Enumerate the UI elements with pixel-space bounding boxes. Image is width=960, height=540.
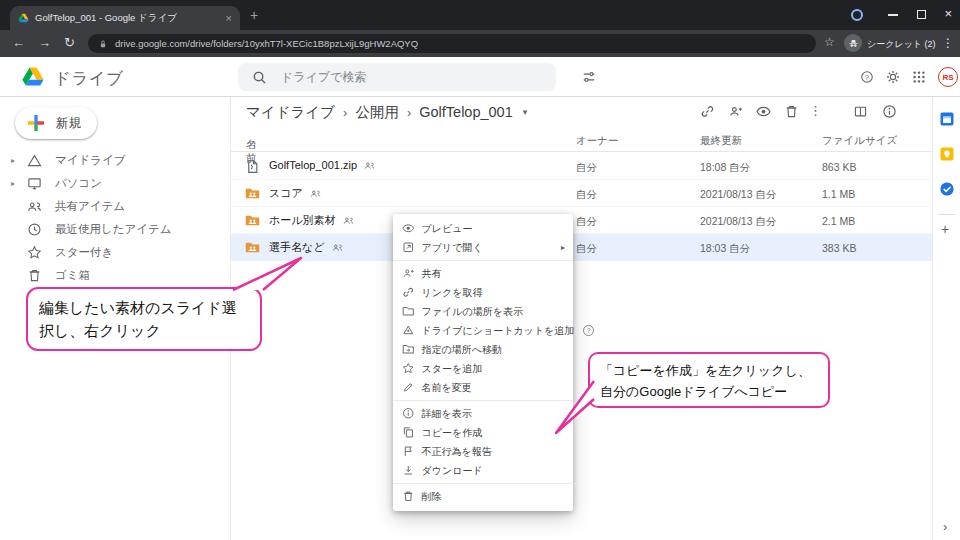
breadcrumb: マイドライブ › 公開用 › GolfTelop_001 ▾ xyxy=(231,97,932,127)
preview-eye-icon[interactable] xyxy=(756,104,771,119)
sidebar-item-computers[interactable]: ▸ パソコン xyxy=(0,172,230,195)
browser-menu-icon[interactable]: ⋮ xyxy=(942,36,954,50)
breadcrumb-caret-icon[interactable]: ▾ xyxy=(523,107,528,117)
star-icon xyxy=(402,362,415,375)
column-size[interactable]: ファイルサイズ xyxy=(822,134,897,148)
copy-icon xyxy=(402,426,415,439)
menu-label: 不正行為を報告 xyxy=(422,445,492,459)
open-with-icon xyxy=(402,241,415,254)
sidebar-item-trash[interactable]: ゴミ箱 xyxy=(0,264,230,287)
apps-grid-icon[interactable] xyxy=(912,70,926,84)
menu-label: リンクを取得 xyxy=(422,286,483,300)
new-button[interactable]: 新規 xyxy=(15,107,97,139)
table-row[interactable]: GolfTelop_001.zip 自分 18:08 自分 863 KB xyxy=(231,153,932,180)
help-icon[interactable] xyxy=(860,70,874,84)
account-avatar[interactable]: RS xyxy=(938,67,958,87)
sidebar-item-recent[interactable]: 最近使用したアイテム xyxy=(0,218,230,241)
menu-item-move-to[interactable]: 指定の場所へ移動 xyxy=(393,340,573,359)
clock-icon xyxy=(27,222,42,237)
menu-item-add-shortcut[interactable]: ドライブにショートカットを追加 ? xyxy=(393,321,573,340)
search-input[interactable] xyxy=(279,69,542,85)
bookmark-star-icon[interactable]: ☆ xyxy=(824,35,835,49)
menu-item-get-link[interactable]: リンクを取得 xyxy=(393,283,573,302)
window-minimize-button[interactable] xyxy=(888,14,898,16)
star-icon xyxy=(27,245,42,260)
calendar-icon[interactable] xyxy=(939,111,955,127)
file-owner: 自分 xyxy=(576,188,597,202)
back-icon[interactable]: ← xyxy=(12,35,25,51)
sidebar-item-label: マイドライブ xyxy=(55,153,126,168)
breadcrumb-item[interactable]: マイドライブ xyxy=(246,103,335,122)
column-owner[interactable]: オーナー xyxy=(576,134,619,148)
keep-icon[interactable] xyxy=(939,146,955,162)
menu-item-report[interactable]: 不正行為を報告 xyxy=(393,442,573,461)
delete-icon[interactable] xyxy=(784,104,799,119)
menu-item-make-copy[interactable]: コピーを作成 xyxy=(393,423,573,442)
sidebar-item-starred[interactable]: スター付き xyxy=(0,241,230,264)
sidebar-item-my-drive[interactable]: ▸ マイドライブ xyxy=(0,149,230,172)
breadcrumb-item[interactable]: 公開用 xyxy=(355,103,399,122)
sidebar-item-shared[interactable]: 共有アイテム xyxy=(0,195,230,218)
expand-icon[interactable]: ▸ xyxy=(11,179,15,188)
url-field[interactable]: drive.google.com/drive/folders/10yxhT7l-… xyxy=(88,34,816,53)
tasks-icon[interactable] xyxy=(939,181,955,197)
search-icon[interactable] xyxy=(252,70,267,85)
menu-label: コピーを作成 xyxy=(422,426,483,440)
share-icon[interactable] xyxy=(728,104,743,119)
menu-label: ドライブにショートカットを追加 xyxy=(422,324,575,338)
panel-divider xyxy=(938,214,955,215)
settings-gear-icon[interactable] xyxy=(886,70,900,84)
sidebar-list: ▸ マイドライブ ▸ パソコン 共有アイテム 最近使用したアイテム スター付き … xyxy=(0,149,230,287)
details-info-icon[interactable] xyxy=(882,104,897,119)
get-link-icon[interactable] xyxy=(700,104,715,119)
menu-item-rename[interactable]: 名前を変更 xyxy=(393,378,573,397)
menu-item-details[interactable]: 詳細を表示 xyxy=(393,404,573,423)
search-filter-icon[interactable] xyxy=(582,70,596,84)
submenu-arrow-icon: ▸ xyxy=(561,243,565,252)
breadcrumb-item-current[interactable]: GolfTelop_001 xyxy=(419,104,513,120)
download-icon xyxy=(402,464,415,477)
browser-tab[interactable]: GolfTelop_001 - Google ドライブ × xyxy=(10,6,240,30)
column-modified[interactable]: 最終更新 xyxy=(700,134,742,148)
more-actions-icon[interactable]: ⋮ xyxy=(809,103,822,118)
menu-item-remove[interactable]: 削除 xyxy=(393,487,573,506)
file-owner: 自分 xyxy=(576,242,597,256)
pencil-icon xyxy=(402,381,415,394)
eye-icon xyxy=(402,222,415,235)
menu-item-share[interactable]: 共有 xyxy=(393,264,573,283)
window-close-button[interactable]: × xyxy=(944,6,952,21)
file-owner: 自分 xyxy=(576,161,597,175)
drive-logo-icon[interactable] xyxy=(21,66,45,87)
file-size: 383 KB xyxy=(822,242,856,254)
table-row[interactable]: スコア 自分 2021/08/13 自分 1.1 MB xyxy=(231,180,932,207)
collapse-panel-icon[interactable]: › xyxy=(943,519,947,534)
forward-icon[interactable]: → xyxy=(38,35,51,51)
tab-title: GolfTelop_001 - Google ドライブ xyxy=(35,12,220,25)
person-add-icon xyxy=(402,267,415,280)
drive-triangle-icon xyxy=(27,153,42,168)
multicolor-plus-icon xyxy=(27,114,45,132)
view-toggle-icon[interactable] xyxy=(853,104,868,119)
tab-close-icon[interactable]: × xyxy=(226,13,232,24)
menu-item-open-with[interactable]: アプリで開く ▸ xyxy=(393,238,573,257)
search-bar[interactable] xyxy=(238,63,556,91)
menu-item-add-star[interactable]: スターを追加 xyxy=(393,359,573,378)
menu-item-download[interactable]: ダウンロード xyxy=(393,461,573,480)
reload-icon[interactable]: ↻ xyxy=(64,35,75,51)
file-modified: 2021/08/13 自分 xyxy=(700,215,776,229)
add-addon-icon[interactable]: + xyxy=(941,221,949,237)
menu-item-show-location[interactable]: ファイルの場所を表示 xyxy=(393,302,573,321)
breadcrumb-separator-icon: › xyxy=(343,105,347,120)
shared-folder-icon xyxy=(245,186,260,201)
expand-icon[interactable]: ▸ xyxy=(11,156,15,165)
table-row-selected[interactable]: 選手名など 自分 18:03 自分 383 KB xyxy=(231,234,932,261)
new-tab-button[interactable]: + xyxy=(250,7,258,23)
move-folder-icon xyxy=(402,343,415,356)
menu-label: スターを追加 xyxy=(422,362,483,376)
table-row[interactable]: ホール別素材 自分 2021/08/13 自分 2.1 MB xyxy=(231,207,932,234)
new-button-label: 新規 xyxy=(56,115,81,132)
browser-tab-strip: GolfTelop_001 - Google ドライブ × + × xyxy=(0,0,960,30)
menu-item-preview[interactable]: プレビュー xyxy=(393,219,573,238)
window-maximize-button[interactable] xyxy=(917,10,926,19)
incognito-icon xyxy=(848,38,859,49)
